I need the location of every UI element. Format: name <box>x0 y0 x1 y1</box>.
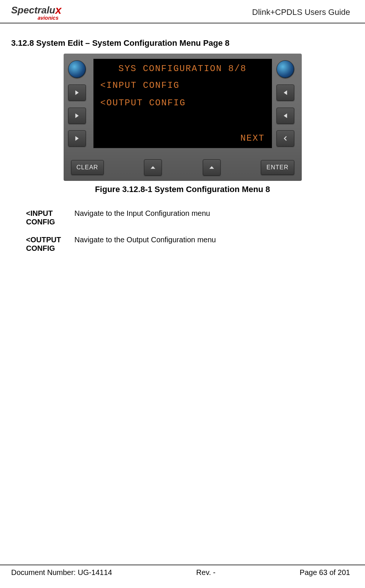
right-arrow-button-2[interactable] <box>276 108 294 124</box>
desc-row: <OUTPUT CONFIG Navigate to the Output Co… <box>26 236 339 253</box>
screen-next: NEXT <box>240 133 265 143</box>
play-left-icon <box>282 89 289 96</box>
logo-avionics: avionics <box>11 15 61 21</box>
enter-button[interactable]: ENTER <box>261 160 294 175</box>
device-panel: SYS CONFIGURATION 8/8 <INPUT CONFIG <OUT… <box>64 54 302 181</box>
footer-revision: Rev. - <box>196 568 215 577</box>
desc-label: <OUTPUT CONFIG <box>26 236 74 253</box>
clear-button[interactable]: CLEAR <box>71 160 104 175</box>
up-arrow-button-2[interactable] <box>203 159 221 176</box>
description-table: <INPUT CONFIG Navigate to the Input Conf… <box>26 209 339 253</box>
right-arrow-button-3[interactable] <box>276 130 294 147</box>
chevron-up-icon <box>150 164 156 171</box>
screen-title: SYS CONFIGURATION 8/8 <box>100 64 265 74</box>
svg-marker-0 <box>75 90 79 95</box>
desc-text: Navigate to the Output Configuration men… <box>74 236 216 253</box>
svg-marker-2 <box>75 136 79 141</box>
left-button-column <box>68 59 89 148</box>
footer-page: Page 63 of 201 <box>300 568 350 577</box>
svg-marker-1 <box>75 113 79 118</box>
footer-doc-number: Document Number: UG-14114 <box>11 568 112 577</box>
left-arrow-button-3[interactable] <box>68 130 86 147</box>
left-arrow-button-1[interactable] <box>68 84 86 101</box>
header-title: Dlink+CPDLS Users Guide <box>252 7 350 17</box>
play-right-icon <box>74 135 80 142</box>
right-disc-button[interactable] <box>276 60 294 78</box>
left-disc-button[interactable] <box>68 60 86 78</box>
svg-marker-3 <box>284 90 287 95</box>
up-arrow-button-1[interactable] <box>144 159 162 176</box>
desc-text: Navigate to the Input Configuration menu <box>74 209 210 226</box>
desc-row: <INPUT CONFIG Navigate to the Input Conf… <box>26 209 339 226</box>
device-screen: SYS CONFIGURATION 8/8 <INPUT CONFIG <OUT… <box>93 59 272 148</box>
chevron-left-icon <box>282 135 289 142</box>
logo: Spectralux avionics <box>11 4 61 21</box>
left-arrow-button-2[interactable] <box>68 108 86 124</box>
right-button-column <box>276 59 297 148</box>
figure-caption: Figure 3.12.8-1 System Configuration Men… <box>0 185 365 194</box>
desc-label: <INPUT CONFIG <box>26 209 74 226</box>
svg-marker-6 <box>209 166 214 169</box>
section-title: 3.12.8 System Edit – System Configuratio… <box>0 23 365 54</box>
play-right-icon <box>74 89 80 96</box>
chevron-up-icon <box>208 164 215 171</box>
page-header: Spectralux avionics Dlink+CPDLS Users Gu… <box>0 0 365 23</box>
logo-spectra: Spectralu <box>11 4 55 16</box>
right-arrow-button-1[interactable] <box>276 84 294 101</box>
logo-x: x <box>55 4 62 16</box>
play-right-icon <box>74 112 80 119</box>
screen-line-output: <OUTPUT CONFIG <box>100 98 265 108</box>
play-left-icon <box>282 112 289 119</box>
svg-marker-5 <box>151 166 156 169</box>
svg-marker-4 <box>284 113 287 118</box>
screen-line-input: <INPUT CONFIG <box>100 80 265 90</box>
page-footer: Document Number: UG-14114 Rev. - Page 63… <box>0 565 365 577</box>
